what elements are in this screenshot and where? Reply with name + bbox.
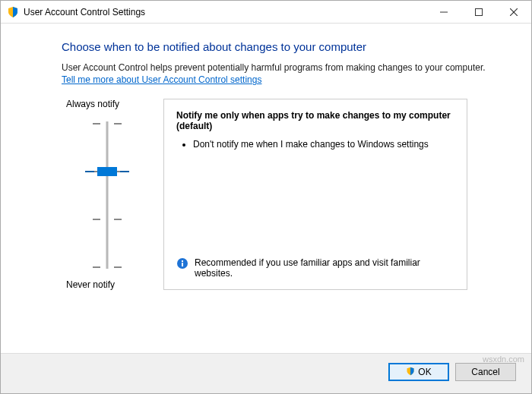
description-bullet: Don't notify me when I make changes to W… — [193, 139, 454, 150]
slider-thumb[interactable] — [97, 167, 117, 176]
maximize-button[interactable] — [461, 1, 496, 23]
window-title: User Account Control Settings — [24, 7, 426, 17]
shield-icon — [406, 367, 415, 378]
cancel-button[interactable]: Cancel — [455, 363, 516, 381]
page-subtext: User Account Control helps prevent poten… — [62, 62, 508, 73]
shield-icon — [7, 6, 19, 18]
slider-bottom-label: Never notify — [66, 279, 115, 290]
uac-settings-window: User Account Control Settings Choose whe… — [0, 0, 532, 394]
svg-rect-6 — [182, 260, 183, 262]
ok-button[interactable]: OK — [388, 363, 449, 381]
slider-track — [106, 121, 109, 269]
content-area: Choose when to be notified about changes… — [1, 24, 531, 353]
notification-slider[interactable] — [84, 115, 130, 275]
cancel-button-label: Cancel — [471, 367, 499, 377]
description-panel: Notify me only when apps try to make cha… — [163, 99, 467, 290]
slider-area: Always notify Never notify Notify me onl… — [62, 99, 508, 290]
window-controls — [426, 1, 531, 23]
learn-more-link[interactable]: Tell me more about User Account Control … — [62, 74, 261, 85]
ok-button-label: OK — [418, 367, 431, 377]
page-heading: Choose when to be notified about changes… — [62, 40, 508, 53]
titlebar: User Account Control Settings — [1, 1, 531, 24]
recommendation-text: Recommended if you use familiar apps and… — [195, 257, 454, 279]
description-list: Don't notify me when I make changes to W… — [176, 139, 454, 257]
recommendation-row: Recommended if you use familiar apps and… — [176, 257, 454, 279]
description-title: Notify me only when apps try to make cha… — [176, 110, 454, 131]
slider-tick — [93, 123, 122, 125]
slider-tick — [93, 219, 122, 220]
dialog-footer: OK Cancel — [1, 353, 531, 393]
slider-top-label: Always notify — [66, 99, 119, 109]
svg-rect-1 — [476, 8, 483, 15]
info-icon — [176, 257, 188, 269]
slider-column: Always notify Never notify — [62, 99, 153, 290]
close-button[interactable] — [496, 1, 531, 23]
slider-tick — [93, 266, 122, 268]
minimize-button[interactable] — [426, 1, 461, 23]
svg-rect-5 — [182, 263, 183, 266]
watermark: wsxdn.com — [483, 355, 524, 364]
